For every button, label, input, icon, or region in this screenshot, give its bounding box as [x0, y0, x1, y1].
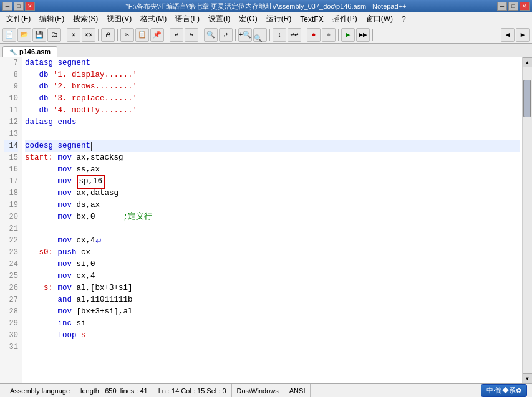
- cut-button[interactable]: ✂: [120, 28, 134, 42]
- panel-left-button[interactable]: ◀: [501, 28, 515, 42]
- code-line-12: datasg ends: [25, 117, 520, 128]
- code-token: datasg: [25, 57, 58, 69]
- code-token: mov: [25, 188, 77, 199]
- code-line-14: codesg segment: [25, 140, 520, 152]
- close-button[interactable]: ✕: [25, 2, 35, 11]
- scroll-track[interactable]: [523, 67, 532, 373]
- code-token: loop: [25, 330, 81, 342]
- menu-edit[interactable]: 编辑(E): [36, 12, 68, 26]
- panel-right-button[interactable]: ▶: [516, 28, 530, 42]
- code-line-25: mov cx,4: [25, 270, 520, 282]
- code-line-15: start: mov ax,stacksg: [25, 152, 520, 164]
- save-all-button[interactable]: 🗂: [47, 28, 61, 42]
- title-text: *F:\备布夹\汇编语言\第七章 更灵活定位内存地址\Assembly_037_…: [40, 2, 492, 11]
- separator-7: [269, 29, 270, 41]
- code-line-21: [25, 223, 520, 235]
- close-all-button[interactable]: ✕✕: [82, 28, 95, 42]
- code-token: db: [25, 105, 53, 117]
- save-button[interactable]: 💾: [32, 28, 46, 42]
- paste-button[interactable]: 📌: [150, 28, 164, 42]
- code-token: ds,ax: [77, 199, 100, 211]
- separator-5: [201, 29, 201, 41]
- menu-plugins[interactable]: 插件(P): [329, 12, 361, 26]
- ime-indicator[interactable]: 中·简◆系✿: [481, 384, 527, 397]
- highlighted-sp16: sp,16: [77, 175, 105, 189]
- find-replace-button[interactable]: ⇄: [219, 28, 233, 42]
- code-token: si: [77, 318, 86, 330]
- status-position: Ln : 14 Col : 15 Sel : 0: [153, 384, 232, 397]
- menu-bar: 文件(F) 编辑(E) 搜索(S) 视图(V) 格式(M) 语言(L) 设置(I…: [0, 12, 532, 26]
- close-doc-button[interactable]: ✕: [67, 28, 80, 42]
- marker2-button[interactable]: ●: [322, 28, 336, 42]
- code-line-7: datasg segment: [25, 57, 520, 69]
- zoom-in-button[interactable]: +🔍: [238, 28, 252, 42]
- code-line-20: mov bx,0 ;定义行: [25, 211, 520, 223]
- macro-run-button[interactable]: ▶▶: [356, 28, 370, 42]
- code-line-29: inc si: [25, 318, 520, 330]
- run-button[interactable]: ▶: [341, 28, 355, 42]
- menu-macro[interactable]: 宏(O): [235, 12, 261, 26]
- separator-1: [64, 29, 64, 41]
- code-line-27: and al,11011111b: [25, 294, 520, 306]
- word-wrap-button[interactable]: ↩↩: [288, 28, 301, 42]
- tab-p146[interactable]: 🔧 p146.asm: [2, 46, 57, 57]
- code-token: start:: [25, 152, 53, 164]
- menu-search[interactable]: 搜索(S): [69, 12, 102, 26]
- code-token: inc: [25, 318, 77, 330]
- menu-textfx[interactable]: TextFX: [296, 14, 327, 25]
- status-encoding: ANSI: [284, 384, 311, 397]
- find-button[interactable]: 🔍: [204, 28, 218, 42]
- menu-settings[interactable]: 设置(I): [205, 12, 234, 26]
- undo-button[interactable]: ↩: [170, 28, 183, 42]
- return-cursor: ↵: [95, 235, 102, 247]
- win-maximize-button[interactable]: □: [508, 2, 518, 11]
- print-button[interactable]: 🖨: [101, 28, 115, 42]
- code-editor[interactable]: datasg segment db '1. display......' db …: [22, 57, 522, 383]
- code-token: s: [81, 330, 86, 342]
- code-token: ends: [58, 117, 77, 128]
- code-token: datasg: [25, 117, 58, 128]
- code-line-18: mov ax,datasg: [25, 188, 520, 199]
- copy-button[interactable]: 📋: [135, 28, 149, 42]
- status-language: Assembly language: [5, 384, 75, 397]
- menu-file[interactable]: 文件(F): [2, 12, 34, 26]
- code-token: '3. replace......': [53, 93, 137, 105]
- win-minimize-button[interactable]: ─: [497, 2, 507, 11]
- code-line-24: mov si,0: [25, 259, 520, 270]
- marker1-button[interactable]: ●: [307, 28, 321, 42]
- cursor: [91, 142, 92, 151]
- separator-4: [167, 29, 167, 41]
- scroll-down-button[interactable]: ▼: [523, 373, 533, 383]
- status-eol: Dos\Windows: [232, 384, 284, 397]
- separator-8: [304, 29, 304, 41]
- code-token: '2. brows........': [53, 81, 137, 93]
- menu-run[interactable]: 运行(R): [263, 12, 296, 26]
- code-token: '1. display......': [53, 69, 137, 81]
- menu-help[interactable]: ?: [398, 14, 410, 25]
- menu-format[interactable]: 格式(M): [137, 12, 170, 26]
- minimize-button[interactable]: ─: [2, 2, 12, 11]
- separator-6: [235, 29, 236, 41]
- scroll-up-button[interactable]: ▲: [523, 57, 533, 67]
- zoom-out-button[interactable]: -🔍: [253, 28, 267, 42]
- code-token: db: [25, 81, 53, 93]
- code-line-31: [25, 342, 520, 353]
- sync-scroll-button[interactable]: ↕: [273, 28, 286, 42]
- open-button[interactable]: 📂: [17, 28, 31, 42]
- redo-button[interactable]: ↪: [185, 28, 198, 42]
- title-bar: ─ □ ✕ *F:\备布夹\汇编语言\第七章 更灵活定位内存地址\Assembl…: [0, 0, 532, 12]
- menu-window[interactable]: 窗口(W): [362, 12, 397, 26]
- maximize-button[interactable]: □: [14, 2, 24, 11]
- new-button[interactable]: 📄: [2, 28, 16, 42]
- win-close-button[interactable]: ✕: [520, 2, 530, 11]
- separator-2: [98, 29, 99, 41]
- code-token: mov: [25, 270, 77, 282]
- menu-language[interactable]: 语言(L): [172, 12, 203, 26]
- toolbar: 📄 📂 💾 🗂 ✕ ✕✕ 🖨 ✂ 📋 📌 ↩ ↪ 🔍 ⇄ +🔍 -🔍 ↕ ↩↩ …: [0, 26, 532, 44]
- menu-view[interactable]: 视图(V): [103, 12, 135, 26]
- code-line-11: db '4. modify.......': [25, 105, 520, 117]
- scroll-thumb[interactable]: [523, 80, 531, 117]
- code-line-10: db '3. replace......': [25, 93, 520, 105]
- scrollbar[interactable]: ▲ ▼: [522, 57, 532, 383]
- code-token: mov: [25, 199, 77, 211]
